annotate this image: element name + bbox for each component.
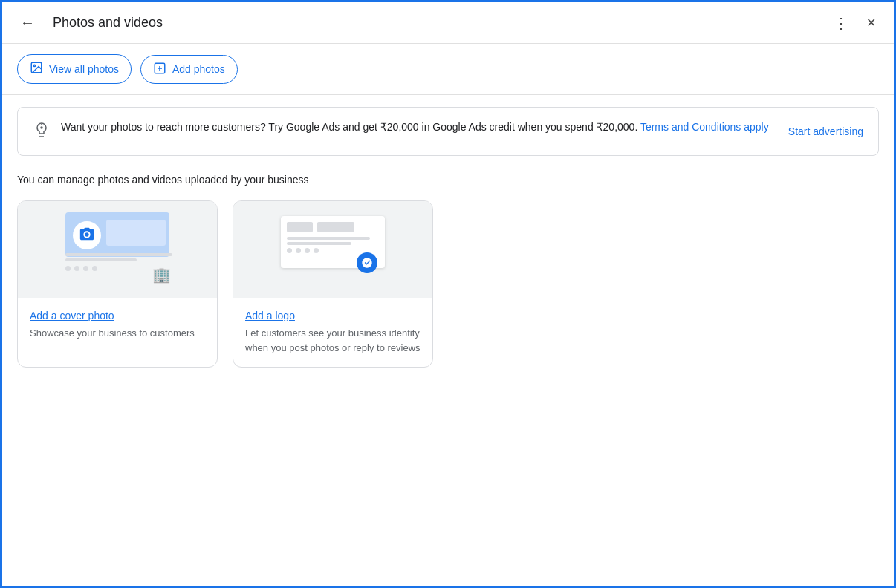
view-all-photos-label: View all photos [49,63,119,75]
back-icon: ← [20,14,35,31]
add-photos-icon [153,62,166,77]
cards-row: 🏢 Add a cover photo Showcase your busine… [17,200,879,368]
cover-photo-card-desc: Showcase your business to customers [30,326,205,341]
add-cover-photo-card[interactable]: 🏢 Add a cover photo Showcase your busine… [17,200,218,368]
header-right: ⋮ ✕ [828,8,882,38]
page-title: Photos and videos [53,15,163,30]
more-icon: ⋮ [834,14,848,32]
back-button[interactable]: ← [14,8,41,37]
view-all-photos-button[interactable]: View all photos [17,54,132,84]
ad-banner-left: Want your photos to reach more customers… [33,120,769,143]
view-photos-icon [30,61,43,77]
main-content: Want your photos to reach more customers… [2,95,894,588]
logo-illustration [233,201,432,298]
cover-camera-circle [73,221,101,249]
svg-point-5 [41,127,42,128]
more-options-button[interactable]: ⋮ [828,8,854,38]
close-button[interactable]: ✕ [860,10,882,36]
cover-photo-graphic: 🏢 [43,212,192,287]
logo-line-2 [287,242,351,245]
header: ← Photos and videos ⋮ ✕ [2,2,894,44]
add-photos-button[interactable]: Add photos [140,55,238,84]
svg-point-1 [33,65,35,66]
camera-icon [79,226,95,246]
cover-photo-illustration: 🏢 [18,201,217,298]
toolbar: View all photos Add photos [2,44,894,95]
section-description: You can manage photos and videos uploade… [17,174,879,186]
header-left: ← Photos and videos [14,8,828,37]
terms-link[interactable]: Terms and Conditions apply [640,121,769,133]
logo-line-1 [287,237,370,240]
close-icon: ✕ [866,16,876,30]
logo-text-lines [287,237,379,245]
ad-banner: Want your photos to reach more customers… [17,107,879,156]
start-advertising-button[interactable]: Start advertising [788,125,863,137]
logo-graphic [259,212,407,287]
ad-text: Want your photos to reach more customers… [61,120,769,135]
logo-card-body: Add a logo Let customers see your busine… [233,298,432,367]
logo-rect-2 [317,222,354,232]
logo-card-title: Add a logo [245,310,421,321]
add-logo-card[interactable]: Add a logo Let customers see your busine… [233,200,433,368]
building-icon: 🏢 [152,266,171,284]
ad-text-content: Want your photos to reach more customers… [61,121,637,133]
logo-badge-icon [357,252,377,273]
logo-card-desc: Let customers see your business identity… [245,326,421,355]
add-photos-label: Add photos [172,63,225,75]
bulb-icon [33,121,51,143]
cover-photo-card-title: Add a cover photo [30,310,205,321]
logo-rect-1 [287,222,313,232]
logo-top-rects [287,222,379,232]
cover-photo-card-body: Add a cover photo Showcase your business… [18,298,217,353]
